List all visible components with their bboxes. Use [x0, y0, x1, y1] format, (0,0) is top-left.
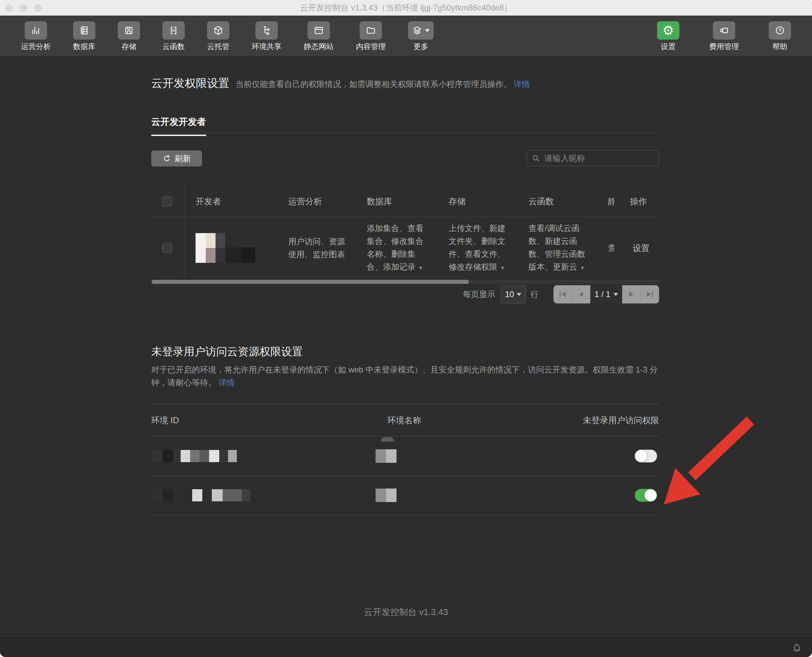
header-env-id: 环境 ID	[151, 415, 179, 426]
env-id-redacted	[152, 489, 250, 501]
header-static-site-truncated: 静态网站	[605, 196, 614, 207]
header-env-name: 环境名称	[387, 415, 421, 426]
header-developer: 开发者	[184, 196, 285, 207]
header-anon-access: 未登录用户访问权限	[583, 415, 659, 426]
row-settings-link[interactable]: 设置	[630, 243, 650, 253]
cloud-function-icon: fx	[162, 21, 185, 40]
rows-unit-label: 行	[530, 289, 539, 300]
permissions-heading-row: 云开发权限设置 当前仅能查看自己的权限情况，如需调整相关权限请联系小程序管理员操…	[151, 76, 530, 91]
env-id-redacted	[152, 450, 237, 462]
page-size-select[interactable]: 10	[501, 285, 526, 304]
search-icon	[532, 154, 540, 163]
permissions-description: 当前仅能查看自己的权限情况，如需调整相关权限请联系小程序管理员操作。详情	[235, 79, 530, 90]
chevron-down-icon	[425, 29, 430, 32]
permissions-detail-link[interactable]: 详情	[513, 79, 530, 89]
content-folder-icon	[359, 21, 382, 40]
toolbar-item-billing[interactable]: 费用管理	[709, 21, 739, 52]
static-website-icon	[308, 21, 330, 40]
select-all-checkbox[interactable]	[162, 196, 172, 206]
page-size-label: 每页显示	[463, 289, 495, 300]
anonymous-detail-link[interactable]: 详情	[219, 378, 235, 387]
toolbar-item-help[interactable]: ? 帮助	[769, 21, 791, 52]
main-toolbar: 运营分析 数据库 存储 fx 云函数	[0, 16, 812, 56]
next-page-button[interactable]	[622, 285, 641, 304]
billing-icon	[713, 21, 735, 40]
expand-caret-icon[interactable]: ▼	[418, 262, 423, 274]
toolbar-item-env-share[interactable]: 环境共享	[252, 21, 282, 52]
env-name-redacted	[376, 449, 397, 463]
toolbar-item-settings[interactable]: ⚙ 设置	[657, 21, 679, 52]
env-table-row	[151, 436, 659, 476]
developer-cell	[184, 233, 285, 263]
zoom-window-button[interactable]	[34, 5, 42, 11]
toggle-knob	[644, 489, 657, 501]
operations-permissions-cell: 用户访问、资源使用、监控图表	[285, 235, 363, 261]
header-cloud-function: 云函数	[525, 196, 605, 207]
developer-avatar	[196, 233, 226, 263]
toolbar-item-analytics[interactable]: 运营分析	[21, 21, 51, 52]
header-storage: 存储	[445, 196, 525, 207]
toolbar-item-storage[interactable]: 存储	[118, 21, 140, 52]
table-horizontal-scrollbar	[151, 280, 659, 284]
anon-access-toggle[interactable]	[635, 450, 657, 462]
toggle-knob	[635, 450, 647, 462]
env-table-header: 环境 ID 环境名称 未登录用户访问权限	[151, 404, 659, 436]
toolbar-item-static-website[interactable]: 静态网站	[304, 21, 334, 52]
expand-caret-icon[interactable]: ▼	[580, 262, 585, 274]
env-name-redacted	[376, 489, 397, 502]
scrollbar-thumb[interactable]	[152, 280, 469, 284]
refresh-icon	[162, 154, 171, 163]
footer-version: 云开发控制台 v1.3.43	[0, 606, 812, 618]
cloud-function-permissions-cell: 查看/调试云函数、新建云函数、管理云函数版本、更新云▼	[525, 222, 605, 274]
nickname-search-box	[526, 150, 659, 166]
refresh-button[interactable]: 刷新	[151, 151, 202, 167]
developer-name-redacted	[226, 247, 255, 263]
chevron-down-icon	[613, 293, 618, 296]
toolbar-item-database[interactable]: 数据库	[73, 21, 95, 52]
annotation-red-arrow	[0, 0, 812, 657]
svg-text:fx: fx	[172, 28, 175, 33]
tab-divider	[151, 133, 659, 133]
minimize-window-button[interactable]	[20, 5, 27, 11]
window-title: 云开发控制台 v1.3.43（当前环境 ljgj-7g50ytkm86c40de…	[300, 2, 512, 13]
cloud-dev-console-window: 云开发控制台 v1.3.43（当前环境 ljgj-7g50ytkm86c40de…	[0, 0, 812, 657]
anon-access-toggle[interactable]	[635, 489, 657, 502]
row-action-cell: 设置	[627, 243, 659, 254]
static-site-truncated-cell: 查 作 管 态	[605, 241, 614, 254]
anonymous-section-title: 未登录用户访问云资源权限设置	[151, 344, 303, 359]
anonymous-section-description: 对于已开启的环境，将允许用户在未登录的情况下（如 web 中未登录模式）、且安全…	[151, 363, 659, 389]
row-checkbox[interactable]	[162, 243, 172, 253]
pagination-bar: 每页显示 10 行 1 / 1	[151, 285, 659, 304]
developer-table-header: 开发者 运营分析 数据库 存储 云函数 静态网站 操作	[151, 186, 659, 217]
bell-icon[interactable]	[791, 642, 803, 655]
toolbar-item-cloud-hosting[interactable]: 云托管	[207, 21, 229, 52]
page-indicator-select[interactable]: 1 / 1	[590, 285, 622, 304]
developer-table-row: 用户访问、资源使用、监控图表 添加集合、查看集合、修改集合名称、删除集合、添加记…	[151, 217, 659, 279]
last-page-button[interactable]	[641, 285, 659, 304]
toolbar-item-content-management[interactable]: 内容管理	[356, 21, 386, 52]
window-titlebar: 云开发控制台 v1.3.43（当前环境 ljgj-7g50ytkm86c40de…	[0, 0, 812, 16]
header-database: 数据库	[363, 196, 445, 207]
traffic-lights	[5, 5, 42, 11]
database-icon	[73, 21, 95, 40]
chevron-down-icon	[516, 293, 521, 296]
database-permissions-cell: 添加集合、查看集合、修改集合名称、删除集合、添加记录▼	[363, 222, 445, 274]
toolbar-left-group: 运营分析 数据库 存储 fx 云函数	[21, 21, 434, 52]
env-table-row	[151, 476, 659, 515]
toolbar-item-cloud-function[interactable]: fx 云函数	[162, 21, 185, 52]
header-action: 操作	[627, 196, 659, 207]
svg-text:?: ?	[778, 28, 781, 33]
env-share-icon	[255, 21, 278, 40]
header-checkbox-cell	[151, 186, 184, 216]
previous-page-button[interactable]	[572, 285, 590, 304]
search-input[interactable]	[544, 153, 654, 163]
close-window-button[interactable]	[5, 5, 12, 11]
storage-permissions-cell: 上传文件、新建文件夹、删除文件、查看文件、修改存储权限▼	[445, 222, 525, 274]
toolbar-item-more[interactable]: 更多	[408, 21, 434, 52]
page-title: 云开发权限设置	[151, 76, 229, 91]
first-page-button[interactable]	[554, 285, 572, 304]
toolbar-right-group: ⚙ 设置 费用管理 ? 帮助	[657, 21, 791, 52]
cloud-hosting-icon	[207, 21, 229, 40]
bar-chart-icon	[25, 21, 47, 40]
expand-caret-icon[interactable]: ▼	[500, 262, 505, 274]
